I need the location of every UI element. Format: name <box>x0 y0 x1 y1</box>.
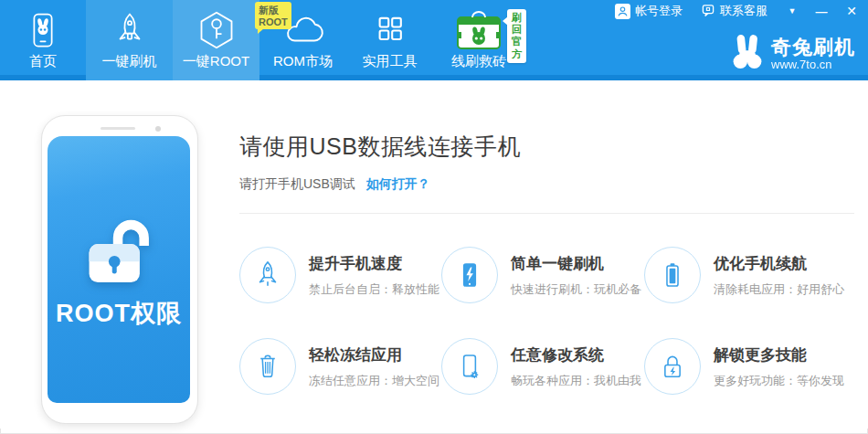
phone-lightning-icon <box>441 247 498 303</box>
phone-gear-icon <box>441 338 498 395</box>
account-login-button[interactable]: 帐号登录 <box>606 0 692 22</box>
main-nav: 首页 一键刷机 一键ROOT <box>0 0 524 80</box>
rabbit-logo-icon <box>731 33 764 75</box>
phone-camera-dot <box>155 126 161 132</box>
dropdown-menu-button[interactable]: ▼ <box>777 0 808 22</box>
contact-support-label: 联系客服 <box>720 3 767 19</box>
feature-desc: 畅玩各种应用：我机由我 <box>511 373 641 389</box>
section-divider <box>239 213 854 214</box>
feature-title: 优化手机续航 <box>714 253 844 274</box>
feature-title: 任意修改系统 <box>511 344 641 365</box>
root-permission-label: ROOT权限 <box>56 297 182 330</box>
feature-speed: 提升手机速度 禁止后台自启：释放性能 <box>239 247 441 303</box>
feature-unlock: 解锁更多技能 更多好玩功能：等你发现 <box>644 338 854 395</box>
rescue-box-icon <box>454 8 503 52</box>
chevron-down-icon: ▼ <box>789 6 797 16</box>
feature-title: 解锁更多技能 <box>714 344 844 365</box>
feature-modify: 任意修改系统 畅玩各种应用：我机由我 <box>441 338 644 395</box>
grid-icon <box>371 8 409 52</box>
brand-name: 奇兔刷机 <box>771 37 855 58</box>
close-icon: ✕ <box>846 4 857 18</box>
how-to-open-link[interactable]: 如何打开？ <box>366 176 430 191</box>
nav-label-home: 首页 <box>29 53 57 70</box>
lock-lightning-icon <box>644 338 701 395</box>
nav-item-home[interactable]: 首页 <box>0 0 86 80</box>
nav-label-rescue: 线刷救砖 <box>451 53 506 70</box>
header-bar: 首页 一键刷机 一键ROOT <box>0 0 868 80</box>
trash-icon <box>239 338 296 395</box>
nav-item-oneclick-flash[interactable]: 一键刷机 <box>86 0 173 80</box>
rocket-icon <box>111 8 149 52</box>
feature-flash: 简单一键刷机 快速进行刷机：玩机必备 <box>441 247 644 303</box>
rabbit-phone-icon <box>24 8 62 52</box>
nav-label-oneclick-flash: 一键刷机 <box>102 53 157 70</box>
contact-support-button[interactable]: 联系客服 <box>692 0 777 22</box>
nav-label-oneclick-root: 一键ROOT <box>183 53 249 70</box>
minimize-button[interactable]: — <box>808 0 835 22</box>
nav-item-tools[interactable]: 实用工具 <box>346 0 433 80</box>
nav-label-rom-market: ROM市场 <box>273 53 333 70</box>
feature-desc: 更多好玩功能：等你发现 <box>714 373 844 389</box>
phone-illustration: ROOT权限 <box>41 115 198 424</box>
nav-item-oneclick-root[interactable]: 一键ROOT 新版 ROOT <box>173 0 259 80</box>
feature-desc: 清除耗电应用：好用舒心 <box>714 281 844 298</box>
feature-desc: 禁止后台自启：释放性能 <box>309 281 439 298</box>
rocket-icon <box>239 247 296 303</box>
brand-logo: 奇兔刷机 www.7to.cn <box>731 33 855 75</box>
nav-item-rescue[interactable]: 线刷救砖 刷回 官方 <box>433 0 524 80</box>
person-icon <box>615 4 630 19</box>
feature-desc: 冻结任意应用：增大空间 <box>309 373 439 389</box>
feature-freeze: 轻松冻结应用 冻结任意应用：增大空间 <box>239 338 441 395</box>
qitu-flash-window: { "titlebar": { "login": "帐号登录", "suppor… <box>0 0 868 434</box>
feature-grid: 提升手机速度 禁止后台自启：释放性能 简单一键刷机 快速进行刷机：玩机必备 <box>239 247 854 395</box>
titlebar-controls: 帐号登录 联系客服 ▼ — ✕ <box>606 0 868 22</box>
chat-bubble-icon <box>701 3 715 20</box>
back-to-official-badge: 刷回 官方 <box>507 9 526 63</box>
minimize-icon: — <box>816 5 828 18</box>
nav-label-tools: 实用工具 <box>363 53 418 70</box>
connect-content: 请使用USB数据线连接手机 请打开手机USB调试如何打开？ 提升手机速度 <box>239 80 854 395</box>
feature-battery: 优化手机续航 清除耗电应用：好用舒心 <box>644 247 854 303</box>
usb-debug-tip: 请打开手机USB调试 <box>239 176 355 191</box>
battery-icon <box>644 247 701 303</box>
account-login-label: 帐号登录 <box>635 3 683 19</box>
phone-speaker <box>101 127 135 130</box>
feature-desc: 快速进行刷机：玩机必备 <box>511 281 641 298</box>
main-area: ROOT权限 请使用USB数据线连接手机 请打开手机USB调试如何打开？ <box>0 80 868 429</box>
feature-title: 提升手机速度 <box>309 253 439 274</box>
unlock-padlock-icon <box>79 207 159 288</box>
feature-title: 轻松冻结应用 <box>309 344 439 365</box>
connect-heading: 请使用USB数据线连接手机 <box>239 132 854 162</box>
phone-screen: ROOT权限 <box>48 136 190 403</box>
new-root-badge: 新版 ROOT <box>255 2 291 29</box>
brand-site: www.7to.cn <box>771 58 855 71</box>
close-button[interactable]: ✕ <box>835 0 868 22</box>
feature-title: 简单一键刷机 <box>511 253 641 274</box>
hexagon-key-icon <box>196 8 237 52</box>
